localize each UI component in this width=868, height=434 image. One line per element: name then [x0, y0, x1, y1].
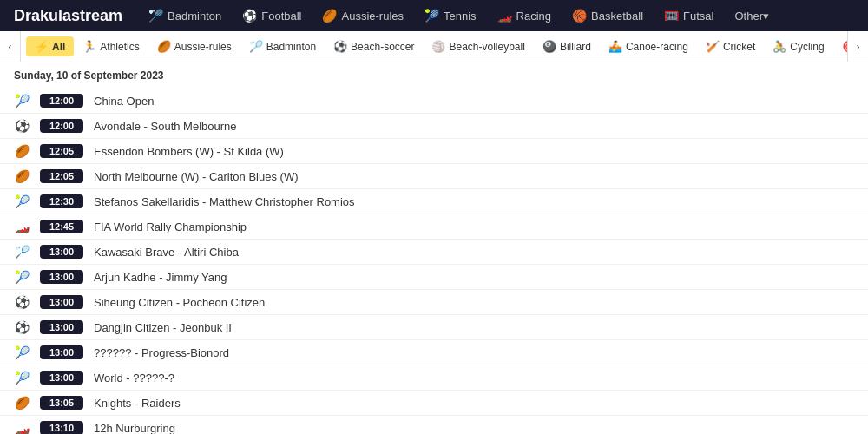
event-sport-icon: 🎾 — [14, 345, 30, 360]
event-name: Knights - Raiders — [94, 397, 181, 410]
top-nav: Drakulastream 🏸Badminton⚽Football🏉Aussie… — [0, 0, 868, 31]
event-time: 12:00 — [40, 119, 83, 133]
nav-item-basketball[interactable]: 🏀Basketball — [563, 3, 652, 28]
cat-label: Cricket — [723, 41, 755, 53]
event-row[interactable]: 🎾12:30Stefanos Sakellaridis - Matthew Ch… — [0, 189, 868, 214]
nav-label: Racing — [516, 10, 551, 23]
cat-tab-beachsoccer[interactable]: ⚽Beach-soccer — [325, 36, 423, 56]
event-row[interactable]: 🏉12:05Essendon Bombers (W) - St Kilda (W… — [0, 139, 868, 164]
event-row[interactable]: ⚽13:00Dangjin Citizen - Jeonbuk II — [0, 315, 868, 340]
cat-label: Athletics — [100, 41, 139, 53]
nav-label: Football — [261, 10, 301, 23]
event-row[interactable]: 🏉13:05Knights - Raiders — [0, 391, 868, 416]
event-time: 13:10 — [40, 421, 83, 434]
event-name: Dangjin Citizen - Jeonbuk II — [94, 321, 232, 334]
event-time: 12:05 — [40, 144, 83, 158]
event-row[interactable]: 🎾13:00World - ?????-? — [0, 365, 868, 391]
cat-tab-all[interactable]: ⚡All — [26, 36, 74, 56]
event-sport-icon: 🏉 — [14, 395, 30, 411]
event-time: 13:00 — [40, 320, 83, 334]
event-row[interactable]: 🎾12:00China Open — [0, 89, 868, 114]
event-name: World - ?????-? — [94, 372, 174, 385]
event-sport-icon: 🎾 — [14, 269, 30, 285]
event-sport-icon: ⚽ — [14, 319, 30, 335]
nav-item-other[interactable]: Other▾ — [726, 4, 778, 28]
nav-label: Badminton — [168, 10, 221, 23]
nav-icon-futsal: 🥅 — [664, 9, 679, 23]
event-sport-icon: 🏎️ — [14, 420, 30, 434]
event-name: FIA World Rally Championship — [94, 220, 247, 233]
cat-tab-darts[interactable]: 🎯Darts — [833, 36, 847, 56]
cat-icon-canoeracing: 🚣 — [608, 40, 622, 53]
event-row[interactable]: 🏎️13:1012h Nurburgring — [0, 416, 868, 434]
nav-item-futsal[interactable]: 🥅Futsal — [655, 3, 722, 28]
event-name: Stefanos Sakellaridis - Matthew Christop… — [94, 195, 355, 208]
event-sport-icon: 🏸 — [14, 244, 30, 260]
cat-icon-aussierules: 🏉 — [157, 40, 171, 53]
event-sport-icon: 🎾 — [14, 370, 30, 385]
event-time: 12:30 — [40, 194, 83, 208]
cat-label: All — [52, 41, 65, 53]
event-sport-icon: 🏎️ — [14, 219, 30, 234]
nav-items: 🏸Badminton⚽Football🏉Aussie-rules🎾Tennis🏎… — [140, 3, 778, 28]
category-bar: ‹ ⚡All🏃Athletics🏉Aussie-rules🏸Badminton⚽… — [0, 31, 868, 62]
event-name: ?????? - Progress-Bionord — [94, 346, 229, 359]
event-name: 12h Nurburgring — [94, 422, 175, 435]
cat-tab-athletics[interactable]: 🏃Athletics — [74, 36, 148, 56]
event-sport-icon: 🎾 — [14, 93, 30, 108]
event-row[interactable]: 🎾13:00?????? - Progress-Bionord — [0, 340, 868, 365]
event-time: 13:00 — [40, 345, 83, 359]
event-row[interactable]: 🎾13:00Arjun Kadhe - Jimmy Yang — [0, 265, 868, 290]
cat-label: Beach-volleyball — [449, 41, 524, 53]
event-time: 13:00 — [40, 245, 83, 259]
cat-label: Aussie-rules — [174, 41, 232, 53]
event-row[interactable]: ⚽12:00Avondale - South Melbourne — [0, 114, 868, 139]
cat-tabs: ⚡All🏃Athletics🏉Aussie-rules🏸Badminton⚽Be… — [21, 36, 847, 56]
cat-icon-beachvolleyball: 🏐 — [431, 40, 445, 53]
cat-tab-badminton[interactable]: 🏸Badminton — [240, 36, 325, 56]
nav-item-football[interactable]: ⚽Football — [233, 3, 310, 28]
nav-item-aussierules[interactable]: 🏉Aussie-rules — [313, 3, 412, 28]
event-name: Arjun Kadhe - Jimmy Yang — [94, 271, 227, 284]
event-name: Avondale - South Melbourne — [94, 120, 237, 133]
cat-scroll-right[interactable]: › — [847, 31, 868, 62]
event-time: 13:00 — [40, 371, 83, 385]
cat-tab-billiard[interactable]: 🎱Billiard — [534, 36, 600, 56]
cat-icon-athletics: 🏃 — [82, 40, 96, 53]
nav-icon-tennis: 🎾 — [424, 9, 439, 23]
nav-item-racing[interactable]: 🏎️Racing — [489, 3, 560, 28]
event-time: 12:45 — [40, 220, 83, 233]
event-row[interactable]: ⚽13:00Siheung Citizen - Pocheon Citizen — [0, 290, 868, 315]
event-time: 12:00 — [40, 94, 83, 108]
nav-label: Futsal — [683, 10, 713, 23]
cat-label: Cycling — [790, 41, 824, 53]
cat-tab-cycling[interactable]: 🚴Cycling — [764, 36, 832, 56]
cat-icon-cycling: 🚴 — [773, 40, 786, 53]
cat-icon-badminton: 🏸 — [249, 40, 263, 53]
cat-tab-beachvolleyball[interactable]: 🏐Beach-volleyball — [423, 36, 533, 56]
nav-icon-badminton: 🏸 — [148, 9, 163, 23]
event-name: Siheung Citizen - Pocheon Citizen — [94, 296, 265, 309]
nav-icon-basketball: 🏀 — [572, 9, 587, 23]
nav-label: Basketball — [591, 10, 643, 23]
event-time: 12:05 — [40, 169, 83, 183]
event-row[interactable]: 🏎️12:45FIA World Rally Championship — [0, 214, 868, 240]
cat-label: Beach-soccer — [351, 41, 414, 53]
event-row[interactable]: 🏸13:00Kawasaki Brave - Altiri Chiba — [0, 240, 868, 265]
cat-tab-canoeracing[interactable]: 🚣Canoe-racing — [600, 36, 697, 56]
cat-label: Billiard — [560, 41, 591, 53]
events-list: 🎾12:00China Open⚽12:00Avondale - South M… — [0, 89, 868, 434]
nav-item-tennis[interactable]: 🎾Tennis — [416, 3, 485, 28]
cat-tab-cricket[interactable]: 🏏Cricket — [697, 36, 764, 56]
nav-label: Tennis — [444, 10, 477, 23]
event-name: Essendon Bombers (W) - St Kilda (W) — [94, 145, 284, 158]
cat-scroll-left[interactable]: ‹ — [0, 31, 21, 62]
event-name: China Open — [94, 95, 154, 108]
nav-item-badminton[interactable]: 🏸Badminton — [140, 3, 230, 28]
event-row[interactable]: 🏉12:05North Melbourne (W) - Carlton Blue… — [0, 164, 868, 189]
nav-icon-football: ⚽ — [242, 9, 257, 23]
cat-icon-cricket: 🏏 — [706, 40, 720, 53]
nav-label: Aussie-rules — [341, 10, 404, 23]
cat-tab-aussierules[interactable]: 🏉Aussie-rules — [148, 36, 240, 56]
event-time: 13:05 — [40, 396, 83, 410]
